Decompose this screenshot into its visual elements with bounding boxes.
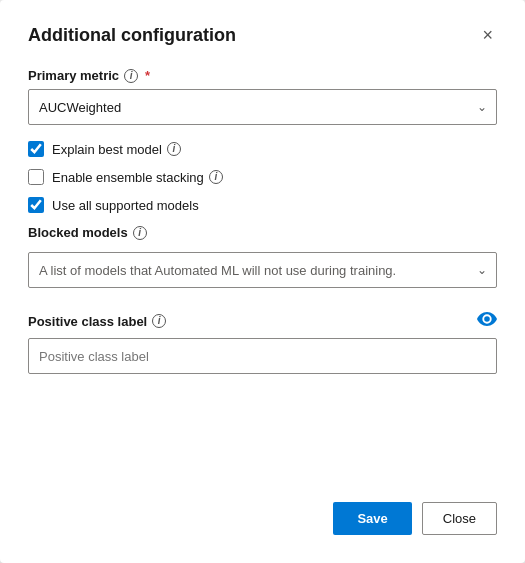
primary-metric-select[interactable]: AUCWeighted Accuracy NormMacroRecall Ave…: [28, 89, 497, 125]
positive-class-label-input[interactable]: [28, 338, 497, 374]
dialog-close-button[interactable]: ×: [478, 24, 497, 46]
positive-class-label-info-icon[interactable]: i: [152, 314, 166, 328]
explain-best-model-info-icon[interactable]: i: [167, 142, 181, 156]
enable-ensemble-stacking-label: Enable ensemble stacking i: [52, 170, 223, 185]
use-all-supported-models-label: Use all supported models: [52, 198, 199, 213]
dialog-title: Additional configuration: [28, 25, 236, 46]
enable-ensemble-stacking-row: Enable ensemble stacking i: [28, 169, 497, 185]
additional-config-dialog: Additional configuration × Primary metri…: [0, 0, 525, 563]
blocked-models-info-icon[interactable]: i: [133, 226, 147, 240]
dialog-footer: Save Close: [28, 478, 497, 535]
primary-metric-info-icon[interactable]: i: [124, 69, 138, 83]
enable-ensemble-stacking-info-icon[interactable]: i: [209, 170, 223, 184]
positive-class-label-section: Positive class label i: [28, 312, 497, 374]
dialog-header: Additional configuration ×: [28, 24, 497, 46]
use-all-supported-models-checkbox[interactable]: [28, 197, 44, 213]
required-star: *: [145, 68, 150, 83]
explain-best-model-label: Explain best model i: [52, 142, 181, 157]
positive-class-label-header: Positive class label i: [28, 312, 497, 330]
explain-best-model-checkbox[interactable]: [28, 141, 44, 157]
close-button[interactable]: Close: [422, 502, 497, 535]
blocked-models-select-wrapper: A list of models that Automated ML will …: [28, 252, 497, 288]
blocked-models-select[interactable]: A list of models that Automated ML will …: [28, 252, 497, 288]
primary-metric-label: Primary metric i *: [28, 68, 497, 83]
primary-metric-select-wrapper: AUCWeighted Accuracy NormMacroRecall Ave…: [28, 89, 497, 125]
save-button[interactable]: Save: [333, 502, 411, 535]
positive-class-label-left: Positive class label i: [28, 314, 166, 329]
blocked-models-label: Blocked models i: [28, 225, 497, 240]
enable-ensemble-stacking-checkbox[interactable]: [28, 169, 44, 185]
explain-best-model-row: Explain best model i: [28, 141, 497, 157]
use-all-supported-models-row: Use all supported models: [28, 197, 497, 213]
eye-icon[interactable]: [477, 312, 497, 330]
